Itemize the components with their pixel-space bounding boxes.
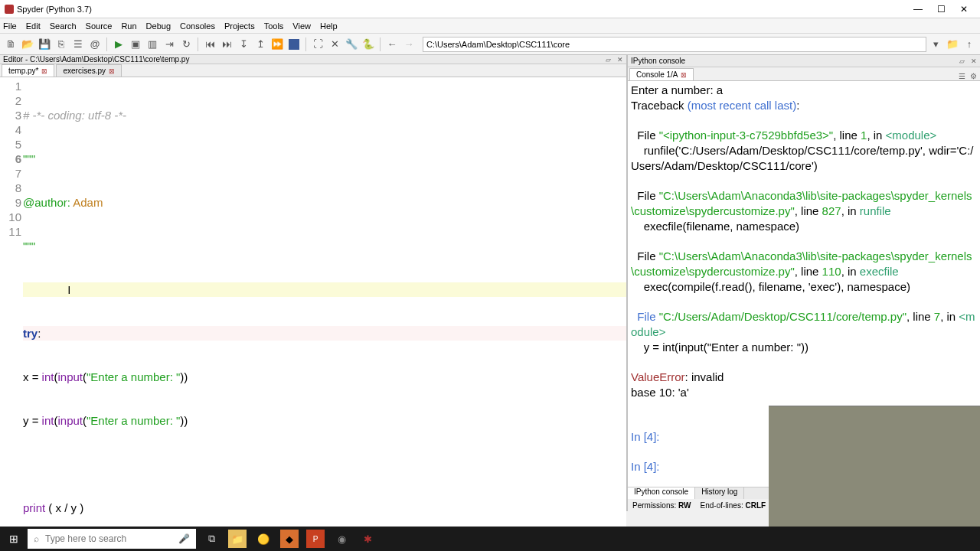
menu-source[interactable]: Source: [86, 21, 113, 31]
console-gear-icon[interactable]: ⚙: [970, 72, 977, 80]
parent-folder-icon[interactable]: ↑: [962, 37, 977, 52]
titlebar: Spyder (Python 3.7) — ☐ ✕: [0, 0, 980, 18]
save-all-icon[interactable]: ⎘: [54, 37, 69, 52]
tab-exercises-py[interactable]: exercises.py⊠: [56, 64, 122, 77]
editor-tab-row: temp.py*⊠ exercises.py⊠: [0, 64, 626, 77]
close-tab-icon[interactable]: ⊠: [41, 67, 47, 75]
rerun-icon[interactable]: ↻: [178, 37, 194, 52]
working-directory-input[interactable]: C:\Users\Adam\Desktop\CSC111\core: [423, 37, 926, 52]
debug-step-icon[interactable]: ⏮: [202, 37, 217, 52]
debug-into-icon[interactable]: ↧: [236, 37, 251, 52]
at-icon[interactable]: @: [87, 37, 103, 52]
run-cell-advance-icon[interactable]: ▥: [145, 37, 160, 52]
maximize-pane-icon[interactable]: ⛶: [310, 37, 325, 52]
close-tab-icon[interactable]: ⊠: [109, 67, 115, 75]
open-file-icon[interactable]: 📂: [20, 37, 35, 52]
debug-stop-icon[interactable]: [286, 37, 302, 52]
run-selection-icon[interactable]: ⇥: [162, 37, 177, 52]
list-icon[interactable]: ☰: [70, 37, 86, 52]
chrome-icon[interactable]: 🟡: [254, 530, 273, 548]
browse-folder-icon[interactable]: 📁: [945, 37, 960, 52]
minimize-button[interactable]: —: [906, 1, 929, 18]
tab-temp-py[interactable]: temp.py*⊠: [2, 64, 54, 77]
code-editor[interactable]: 1234567891011 # -*- coding: utf-8 -*- ""…: [0, 77, 626, 551]
menu-view[interactable]: View: [292, 21, 311, 31]
search-icon: ⌕: [34, 533, 39, 544]
menu-file[interactable]: File: [3, 21, 17, 31]
menu-consoles[interactable]: Consoles: [180, 21, 215, 31]
history-log-tab[interactable]: History log: [695, 487, 744, 499]
run-icon[interactable]: ▶: [111, 37, 126, 52]
window-title: Spyder (Python 3.7): [17, 5, 906, 14]
menu-projects[interactable]: Projects: [224, 21, 255, 31]
pane-options-icon[interactable]: ▱: [959, 57, 965, 65]
menu-search[interactable]: Search: [50, 21, 77, 31]
close-tab-icon[interactable]: ⊠: [681, 71, 687, 79]
menu-help[interactable]: Help: [320, 21, 338, 31]
explorer-icon[interactable]: 📁: [228, 530, 247, 548]
taskbar-search[interactable]: ⌕ Type here to search 🎤: [28, 529, 196, 549]
powerpoint-icon[interactable]: P: [306, 530, 325, 548]
maximize-button[interactable]: ☐: [929, 1, 952, 18]
fullscreen-icon[interactable]: ✕: [327, 37, 342, 52]
pane-close-icon[interactable]: ✕: [617, 56, 623, 64]
preferences-icon[interactable]: 🔧: [344, 37, 359, 52]
obs-icon[interactable]: ◉: [332, 530, 351, 548]
debug-continue-icon[interactable]: ⏩: [270, 37, 285, 52]
pane-close-icon[interactable]: ✕: [971, 57, 977, 65]
debug-out-icon[interactable]: ↥: [253, 37, 268, 52]
start-button[interactable]: ⊞: [0, 527, 28, 551]
editor-pane: Editor - C:\Users\Adam\Desktop\CSC111\co…: [0, 55, 628, 511]
console-menu-icon[interactable]: ☰: [959, 72, 965, 80]
run-cell-icon[interactable]: ▣: [128, 37, 143, 52]
debug-next-icon[interactable]: ⏭: [219, 37, 234, 52]
sublime-icon[interactable]: ◆: [280, 530, 299, 548]
mic-icon[interactable]: 🎤: [178, 533, 190, 544]
cwd-dropdown-icon[interactable]: ▾: [928, 37, 943, 52]
console-tab-row: Console 1/A⊠ ☰⚙: [628, 67, 980, 81]
menu-tools[interactable]: Tools: [264, 21, 284, 31]
menu-edit[interactable]: Edit: [26, 21, 41, 31]
menu-run[interactable]: Run: [121, 21, 136, 31]
new-file-icon[interactable]: 🗎: [3, 37, 18, 52]
search-placeholder: Type here to search: [45, 533, 126, 544]
menubar: File Edit Search Source Run Debug Consol…: [0, 18, 980, 34]
spyder-taskbar-icon[interactable]: ✱: [358, 530, 377, 548]
webcam-overlay: [769, 406, 980, 527]
forward-icon[interactable]: →: [401, 37, 416, 52]
windows-taskbar: ⊞ ⌕ Type here to search 🎤 ⧉ 📁 🟡 ◆ P ◉ ✱: [0, 527, 980, 551]
task-view-icon[interactable]: ⧉: [202, 530, 220, 548]
console-header: IPython console ▱✕: [628, 55, 980, 67]
save-icon[interactable]: 💾: [37, 37, 52, 52]
back-icon[interactable]: ←: [384, 37, 400, 52]
spyder-icon: [5, 5, 14, 14]
menu-debug[interactable]: Debug: [146, 21, 171, 31]
ipython-console-tab[interactable]: IPython console: [628, 487, 695, 499]
pane-options-icon[interactable]: ▱: [606, 56, 611, 64]
line-gutter: 1234567891011: [0, 77, 23, 551]
toolbar: 🗎 📂 💾 ⎘ ☰ @ ▶ ▣ ▥ ⇥ ↻ ⏮ ⏭ ↧ ↥ ⏩ ⛶ ✕ 🔧 🐍 …: [0, 34, 980, 55]
editor-header: Editor - C:\Users\Adam\Desktop\CSC111\co…: [0, 55, 626, 64]
close-button[interactable]: ✕: [952, 1, 975, 18]
pythonpath-icon[interactable]: 🐍: [361, 37, 376, 52]
console-tab[interactable]: Console 1/A⊠: [629, 68, 694, 80]
